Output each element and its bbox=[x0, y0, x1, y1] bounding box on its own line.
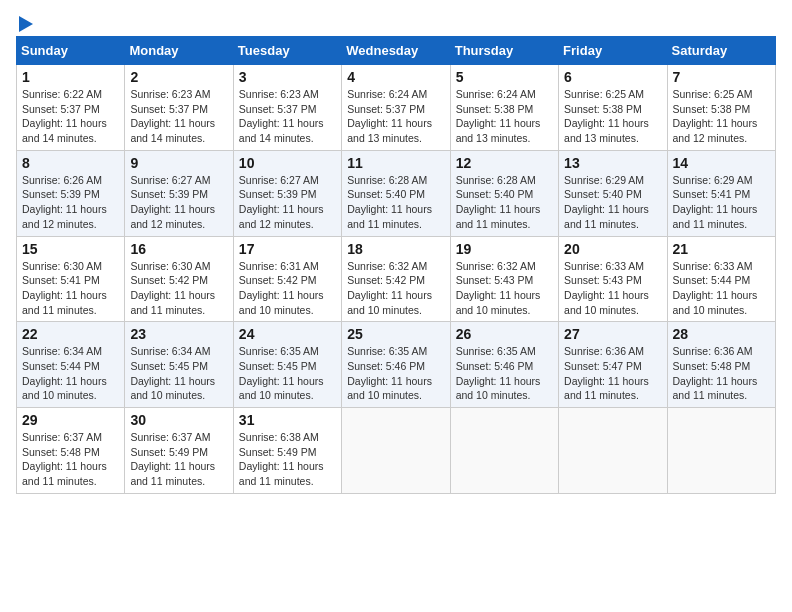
day-info: Sunrise: 6:35 AMSunset: 5:45 PMDaylight:… bbox=[239, 344, 336, 403]
calendar-week-row: 22Sunrise: 6:34 AMSunset: 5:44 PMDayligh… bbox=[17, 322, 776, 408]
calendar-cell: 14Sunrise: 6:29 AMSunset: 5:41 PMDayligh… bbox=[667, 150, 775, 236]
calendar-cell: 25Sunrise: 6:35 AMSunset: 5:46 PMDayligh… bbox=[342, 322, 450, 408]
day-number: 27 bbox=[564, 326, 661, 342]
day-number: 7 bbox=[673, 69, 770, 85]
calendar-cell: 9Sunrise: 6:27 AMSunset: 5:39 PMDaylight… bbox=[125, 150, 233, 236]
calendar-cell: 10Sunrise: 6:27 AMSunset: 5:39 PMDayligh… bbox=[233, 150, 341, 236]
calendar-cell: 21Sunrise: 6:33 AMSunset: 5:44 PMDayligh… bbox=[667, 236, 775, 322]
day-info: Sunrise: 6:24 AMSunset: 5:38 PMDaylight:… bbox=[456, 87, 553, 146]
calendar-cell: 18Sunrise: 6:32 AMSunset: 5:42 PMDayligh… bbox=[342, 236, 450, 322]
day-number: 5 bbox=[456, 69, 553, 85]
calendar-cell: 19Sunrise: 6:32 AMSunset: 5:43 PMDayligh… bbox=[450, 236, 558, 322]
day-info: Sunrise: 6:37 AMSunset: 5:48 PMDaylight:… bbox=[22, 430, 119, 489]
day-number: 21 bbox=[673, 241, 770, 257]
day-number: 23 bbox=[130, 326, 227, 342]
calendar-cell: 2Sunrise: 6:23 AMSunset: 5:37 PMDaylight… bbox=[125, 65, 233, 151]
calendar-cell: 20Sunrise: 6:33 AMSunset: 5:43 PMDayligh… bbox=[559, 236, 667, 322]
logo-arrow-icon bbox=[19, 16, 33, 32]
day-number: 4 bbox=[347, 69, 444, 85]
calendar-cell: 17Sunrise: 6:31 AMSunset: 5:42 PMDayligh… bbox=[233, 236, 341, 322]
calendar-cell: 12Sunrise: 6:28 AMSunset: 5:40 PMDayligh… bbox=[450, 150, 558, 236]
day-info: Sunrise: 6:32 AMSunset: 5:42 PMDaylight:… bbox=[347, 259, 444, 318]
day-number: 31 bbox=[239, 412, 336, 428]
day-info: Sunrise: 6:35 AMSunset: 5:46 PMDaylight:… bbox=[456, 344, 553, 403]
calendar-cell: 1Sunrise: 6:22 AMSunset: 5:37 PMDaylight… bbox=[17, 65, 125, 151]
calendar-week-row: 1Sunrise: 6:22 AMSunset: 5:37 PMDaylight… bbox=[17, 65, 776, 151]
calendar-cell bbox=[450, 408, 558, 494]
calendar-cell: 22Sunrise: 6:34 AMSunset: 5:44 PMDayligh… bbox=[17, 322, 125, 408]
calendar-cell: 28Sunrise: 6:36 AMSunset: 5:48 PMDayligh… bbox=[667, 322, 775, 408]
calendar-cell: 16Sunrise: 6:30 AMSunset: 5:42 PMDayligh… bbox=[125, 236, 233, 322]
day-info: Sunrise: 6:30 AMSunset: 5:42 PMDaylight:… bbox=[130, 259, 227, 318]
calendar-week-row: 8Sunrise: 6:26 AMSunset: 5:39 PMDaylight… bbox=[17, 150, 776, 236]
day-number: 24 bbox=[239, 326, 336, 342]
day-of-week-header: Wednesday bbox=[342, 37, 450, 65]
day-number: 30 bbox=[130, 412, 227, 428]
day-info: Sunrise: 6:29 AMSunset: 5:40 PMDaylight:… bbox=[564, 173, 661, 232]
day-number: 16 bbox=[130, 241, 227, 257]
day-number: 25 bbox=[347, 326, 444, 342]
day-number: 29 bbox=[22, 412, 119, 428]
day-number: 11 bbox=[347, 155, 444, 171]
day-number: 22 bbox=[22, 326, 119, 342]
day-of-week-header: Monday bbox=[125, 37, 233, 65]
day-info: Sunrise: 6:34 AMSunset: 5:44 PMDaylight:… bbox=[22, 344, 119, 403]
calendar-cell: 3Sunrise: 6:23 AMSunset: 5:37 PMDaylight… bbox=[233, 65, 341, 151]
day-info: Sunrise: 6:23 AMSunset: 5:37 PMDaylight:… bbox=[130, 87, 227, 146]
logo bbox=[16, 16, 33, 28]
day-info: Sunrise: 6:37 AMSunset: 5:49 PMDaylight:… bbox=[130, 430, 227, 489]
calendar-cell: 27Sunrise: 6:36 AMSunset: 5:47 PMDayligh… bbox=[559, 322, 667, 408]
day-number: 17 bbox=[239, 241, 336, 257]
day-number: 9 bbox=[130, 155, 227, 171]
day-info: Sunrise: 6:27 AMSunset: 5:39 PMDaylight:… bbox=[239, 173, 336, 232]
day-info: Sunrise: 6:28 AMSunset: 5:40 PMDaylight:… bbox=[347, 173, 444, 232]
day-number: 19 bbox=[456, 241, 553, 257]
calendar-cell: 11Sunrise: 6:28 AMSunset: 5:40 PMDayligh… bbox=[342, 150, 450, 236]
calendar-cell: 26Sunrise: 6:35 AMSunset: 5:46 PMDayligh… bbox=[450, 322, 558, 408]
calendar-table: SundayMondayTuesdayWednesdayThursdayFrid… bbox=[16, 36, 776, 494]
day-of-week-header: Tuesday bbox=[233, 37, 341, 65]
calendar-cell: 15Sunrise: 6:30 AMSunset: 5:41 PMDayligh… bbox=[17, 236, 125, 322]
day-number: 28 bbox=[673, 326, 770, 342]
page-header bbox=[16, 16, 776, 28]
calendar-cell: 4Sunrise: 6:24 AMSunset: 5:37 PMDaylight… bbox=[342, 65, 450, 151]
day-info: Sunrise: 6:28 AMSunset: 5:40 PMDaylight:… bbox=[456, 173, 553, 232]
day-number: 13 bbox=[564, 155, 661, 171]
day-number: 3 bbox=[239, 69, 336, 85]
day-number: 15 bbox=[22, 241, 119, 257]
day-info: Sunrise: 6:36 AMSunset: 5:47 PMDaylight:… bbox=[564, 344, 661, 403]
calendar-cell: 8Sunrise: 6:26 AMSunset: 5:39 PMDaylight… bbox=[17, 150, 125, 236]
day-of-week-header: Sunday bbox=[17, 37, 125, 65]
calendar-cell: 6Sunrise: 6:25 AMSunset: 5:38 PMDaylight… bbox=[559, 65, 667, 151]
day-info: Sunrise: 6:32 AMSunset: 5:43 PMDaylight:… bbox=[456, 259, 553, 318]
day-number: 12 bbox=[456, 155, 553, 171]
day-number: 1 bbox=[22, 69, 119, 85]
day-info: Sunrise: 6:24 AMSunset: 5:37 PMDaylight:… bbox=[347, 87, 444, 146]
day-number: 6 bbox=[564, 69, 661, 85]
calendar-cell bbox=[342, 408, 450, 494]
day-of-week-header: Friday bbox=[559, 37, 667, 65]
calendar-cell bbox=[667, 408, 775, 494]
day-info: Sunrise: 6:33 AMSunset: 5:43 PMDaylight:… bbox=[564, 259, 661, 318]
calendar-cell: 30Sunrise: 6:37 AMSunset: 5:49 PMDayligh… bbox=[125, 408, 233, 494]
day-number: 8 bbox=[22, 155, 119, 171]
day-info: Sunrise: 6:33 AMSunset: 5:44 PMDaylight:… bbox=[673, 259, 770, 318]
day-number: 18 bbox=[347, 241, 444, 257]
day-info: Sunrise: 6:26 AMSunset: 5:39 PMDaylight:… bbox=[22, 173, 119, 232]
calendar-week-row: 29Sunrise: 6:37 AMSunset: 5:48 PMDayligh… bbox=[17, 408, 776, 494]
calendar-cell: 31Sunrise: 6:38 AMSunset: 5:49 PMDayligh… bbox=[233, 408, 341, 494]
calendar-cell: 29Sunrise: 6:37 AMSunset: 5:48 PMDayligh… bbox=[17, 408, 125, 494]
calendar-cell: 7Sunrise: 6:25 AMSunset: 5:38 PMDaylight… bbox=[667, 65, 775, 151]
day-of-week-header: Saturday bbox=[667, 37, 775, 65]
day-info: Sunrise: 6:31 AMSunset: 5:42 PMDaylight:… bbox=[239, 259, 336, 318]
calendar-header-row: SundayMondayTuesdayWednesdayThursdayFrid… bbox=[17, 37, 776, 65]
day-info: Sunrise: 6:34 AMSunset: 5:45 PMDaylight:… bbox=[130, 344, 227, 403]
day-info: Sunrise: 6:36 AMSunset: 5:48 PMDaylight:… bbox=[673, 344, 770, 403]
day-number: 20 bbox=[564, 241, 661, 257]
day-info: Sunrise: 6:23 AMSunset: 5:37 PMDaylight:… bbox=[239, 87, 336, 146]
day-info: Sunrise: 6:22 AMSunset: 5:37 PMDaylight:… bbox=[22, 87, 119, 146]
day-info: Sunrise: 6:25 AMSunset: 5:38 PMDaylight:… bbox=[673, 87, 770, 146]
day-number: 10 bbox=[239, 155, 336, 171]
calendar-cell: 13Sunrise: 6:29 AMSunset: 5:40 PMDayligh… bbox=[559, 150, 667, 236]
calendar-cell bbox=[559, 408, 667, 494]
